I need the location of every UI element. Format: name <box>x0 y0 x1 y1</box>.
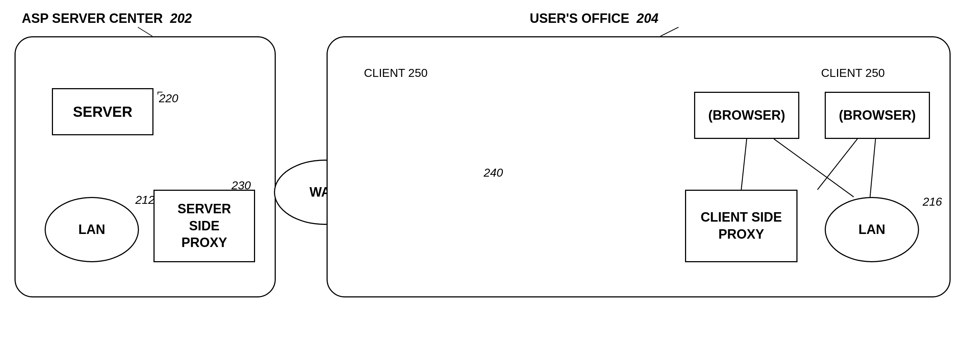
lan-right-ellipse: LAN <box>825 197 919 262</box>
svg-line-17 <box>741 139 747 190</box>
asp-server-center-label: ASP SERVER CENTER 202 <box>22 11 192 26</box>
users-office-region: CLIENT SIDEPROXY 240 LAN 216 CLIENT 250 … <box>326 36 951 298</box>
svg-line-19 <box>870 139 875 197</box>
server-ref-line: ⌐ <box>157 86 163 98</box>
svg-line-20 <box>818 139 858 190</box>
asp-server-center-region: SERVER 220 ⌐ LAN 212 SERVERSIDEPROXY 230 <box>14 36 276 298</box>
lan-left-ellipse: LAN <box>45 197 139 262</box>
lan-left-ref: 212 <box>135 193 154 207</box>
server-box: SERVER <box>52 88 153 135</box>
server-side-proxy-box: SERVERSIDEPROXY <box>153 190 255 262</box>
users-office-label: USER'S OFFICE 204 <box>530 11 659 26</box>
svg-line-0 <box>138 27 153 36</box>
ssp-ref: 230 <box>231 179 251 192</box>
browser-box-2: (BROWSER) <box>825 92 930 139</box>
browser-box-1: (BROWSER) <box>694 92 799 139</box>
csp-ref: 240 <box>484 166 503 180</box>
client-250-label-1: CLIENT 250 <box>364 66 428 80</box>
lan-right-ref: 216 <box>923 195 942 208</box>
diagram-container: ASP SERVER CENTER 202 USER'S OFFICE 204 … <box>0 0 980 358</box>
svg-line-1 <box>660 27 678 36</box>
client-250-label-2: CLIENT 250 <box>821 66 885 80</box>
client-side-proxy-box: CLIENT SIDEPROXY <box>685 190 797 262</box>
svg-line-18 <box>774 139 854 197</box>
